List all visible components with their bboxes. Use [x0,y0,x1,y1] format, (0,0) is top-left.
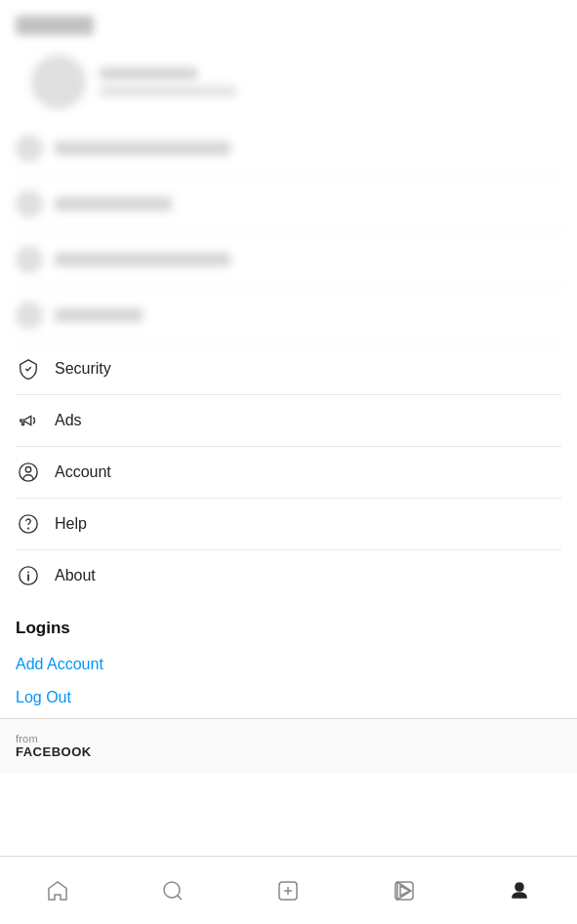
blurred-icon-3 [16,246,43,273]
svg-line-8 [178,895,182,899]
settings-screen: Security Ads Account [0,0,577,924]
from-facebook-section: from FACEBOOK [0,719,577,773]
facebook-brand-label: FACEBOOK [16,744,561,759]
megaphone-icon [16,408,41,433]
top-bar-title-blurred [16,16,94,35]
menu-label-ads: Ads [55,412,82,429]
menu-item-ads[interactable]: Ads [16,395,561,447]
menu-label-about: About [55,567,96,584]
blurred-item-4 [16,288,561,343]
logins-section: Logins Add Account Log Out [0,601,577,718]
username-blurred [100,67,197,80]
shield-icon [16,356,41,382]
svg-point-1 [25,467,31,473]
menu-item-help[interactable]: Help [16,499,561,550]
menu-item-account[interactable]: Account [16,447,561,499]
blurred-label-2 [55,197,172,211]
logins-title: Logins [16,619,561,638]
blurred-item-3 [16,232,561,288]
svg-point-7 [164,882,180,898]
menu-item-security[interactable]: Security [16,343,561,395]
profile-row-blurred [0,43,577,343]
add-account-link[interactable]: Add Account [16,652,561,685]
user-subtitle-blurred [100,86,236,97]
blurred-icon-4 [16,301,43,329]
menu-label-account: Account [55,463,111,481]
menu-item-about[interactable]: About [16,550,561,601]
blurred-item-2 [16,177,561,232]
nav-home[interactable] [45,878,70,904]
log-out-link[interactable]: Log Out [16,685,561,718]
bottom-nav [0,856,577,924]
from-label: from [16,733,561,744]
blurred-icon-1 [16,135,43,162]
menu-label-security: Security [55,360,111,378]
blurred-icon-2 [16,190,43,218]
blurred-label-1 [55,141,230,155]
blurred-label-4 [55,308,143,322]
blurred-item-1 [16,121,561,177]
nav-profile[interactable] [507,878,532,904]
nav-search[interactable] [160,878,185,904]
info-circle-icon [16,563,41,588]
nav-add[interactable] [275,878,301,904]
nav-reels[interactable] [392,878,417,904]
avatar-blurred [31,55,86,109]
menu-section: Security Ads Account [0,343,577,601]
question-circle-icon [16,511,41,537]
svg-point-3 [28,528,29,529]
top-bar-blurred [0,0,577,43]
blurred-label-3 [55,253,230,266]
person-circle-icon [16,460,41,485]
menu-label-help: Help [55,515,87,533]
